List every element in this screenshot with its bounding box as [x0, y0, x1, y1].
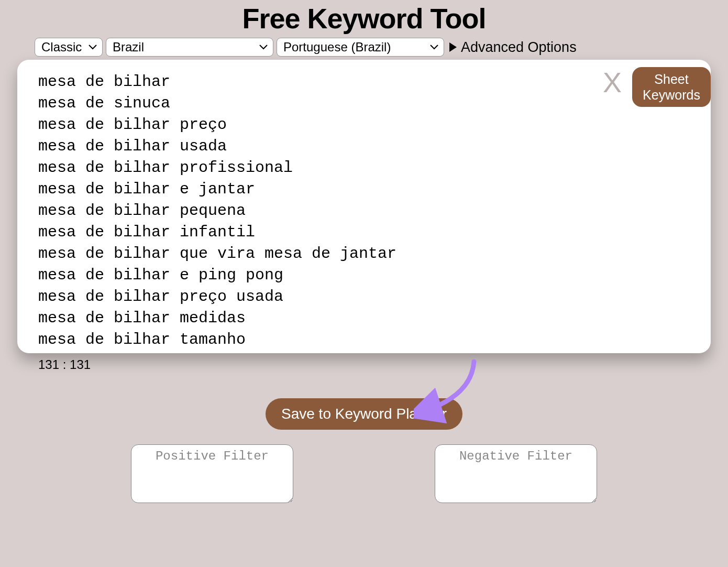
save-to-keyword-planner-button[interactable]: Save to Keyword Planner	[266, 398, 462, 430]
country-select-value: Brazil	[113, 40, 144, 54]
chevron-down-icon	[89, 45, 97, 50]
advanced-options-toggle[interactable]: Advanced Options	[449, 39, 577, 56]
language-select[interactable]: Portuguese (Brazil)	[277, 38, 444, 57]
close-icon[interactable]: X	[603, 68, 622, 96]
keyword-item: mesa de bilhar preço usada	[38, 286, 690, 308]
triangle-right-icon	[449, 42, 457, 52]
keyword-list: mesa de bilharmesa de sinucamesa de bilh…	[38, 71, 690, 351]
top-controls-bar: Classic Brazil Portuguese (Brazil) Advan…	[0, 38, 728, 57]
mode-select[interactable]: Classic	[35, 38, 103, 57]
language-select-value: Portuguese (Brazil)	[283, 40, 391, 54]
chevron-down-icon	[430, 45, 438, 50]
keyword-item: mesa de sinuca	[38, 93, 690, 114]
keyword-item: mesa de bilhar medidas	[38, 308, 690, 329]
keyword-results-panel: mesa de bilharmesa de sinucamesa de bilh…	[17, 60, 711, 353]
positive-filter-input[interactable]	[131, 444, 293, 503]
keyword-item: mesa de bilhar usada	[38, 136, 690, 157]
keyword-item: mesa de bilhar preço	[38, 114, 690, 136]
keyword-item: mesa de bilhar infantil	[38, 222, 690, 243]
keyword-item: mesa de bilhar que vira mesa de jantar	[38, 243, 690, 265]
chevron-down-icon	[259, 45, 268, 50]
country-select[interactable]: Brazil	[106, 38, 273, 57]
page-title: Free Keyword Tool	[0, 2, 728, 35]
sheet-button-line1: Sheet	[654, 72, 688, 86]
keyword-item: mesa de bilhar e ping pong	[38, 265, 690, 286]
negative-filter-input[interactable]	[435, 444, 597, 503]
sheet-keywords-button[interactable]: Sheet Keywords	[632, 67, 711, 107]
mode-select-value: Classic	[41, 40, 82, 54]
keyword-item: mesa de bilhar profissional	[38, 157, 690, 179]
results-counter: 131 : 131	[38, 357, 711, 372]
sheet-button-line2: Keywords	[643, 88, 700, 102]
keyword-item: mesa de bilhar	[38, 71, 690, 93]
keyword-item: mesa de bilhar tamanho	[38, 329, 690, 351]
advanced-options-label: Advanced Options	[461, 39, 577, 56]
keyword-item: mesa de bilhar e jantar	[38, 179, 690, 200]
keyword-item: mesa de bilhar pequena	[38, 200, 690, 222]
